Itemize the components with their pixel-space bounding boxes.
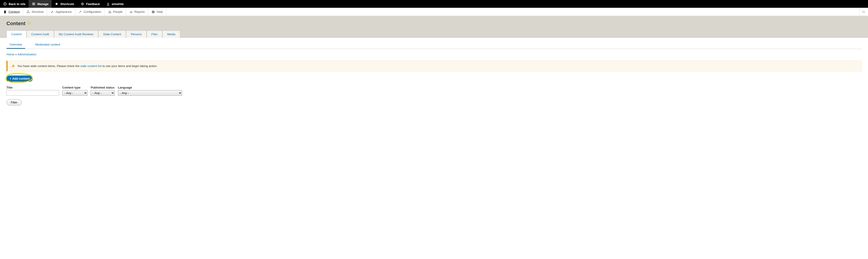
filter-button[interactable]: Filter: [6, 99, 22, 105]
wrench-icon: [78, 10, 82, 14]
filter-title-input[interactable]: [6, 90, 59, 96]
manage-toggle[interactable]: Manage: [29, 0, 52, 8]
add-content-wrap: + Add content: [6, 75, 33, 82]
adminmenu-appearance-label: Appearance: [56, 10, 72, 13]
user-menu[interactable]: emwhite: [103, 0, 127, 8]
adminmenu-help[interactable]: ? Help: [148, 8, 166, 16]
spacer: [166, 8, 860, 16]
favorite-star-icon[interactable]: [27, 21, 31, 26]
add-content-button[interactable]: + Add content: [6, 75, 33, 82]
filter-ps-select[interactable]: - Any -: [91, 90, 115, 96]
svg-rect-10: [131, 11, 131, 13]
shortcuts-label: Shortcuts: [60, 2, 74, 6]
svg-text:?: ?: [82, 3, 83, 5]
adminmenu-structure[interactable]: Structure: [23, 8, 47, 16]
svg-point-3: [107, 3, 109, 4]
back-arrow-icon: [3, 2, 7, 6]
back-to-site-link[interactable]: Back to site: [0, 0, 29, 8]
page-title: Content: [6, 21, 25, 27]
svg-rect-9: [130, 12, 130, 13]
tab-files[interactable]: Files: [147, 30, 162, 38]
filter-title-label: Title: [6, 86, 59, 89]
hamburger-icon: [32, 2, 35, 6]
stale-content-list-link[interactable]: stale content list: [81, 64, 102, 68]
adminmenu-help-label: Help: [157, 10, 163, 13]
people-icon: [108, 10, 112, 14]
feedback-link[interactable]: ? Feedback: [78, 0, 103, 8]
plus-icon: +: [10, 77, 11, 80]
secondary-tabs: Overview Moderated content: [6, 41, 862, 49]
filter-form: Title Content type - Any - Published sta…: [6, 86, 862, 96]
svg-rect-6: [29, 12, 30, 13]
question-circle-icon: ?: [81, 2, 84, 6]
adminmenu-structure-label: Structure: [32, 10, 44, 13]
filter-ct-select[interactable]: - Any -: [62, 90, 88, 96]
shortcuts-link[interactable]: Shortcuts: [52, 0, 78, 8]
tab-content[interactable]: Content: [6, 30, 27, 38]
toolbar: Back to site Manage Shortcuts ? Feedback…: [0, 0, 868, 8]
adminmenu-configuration[interactable]: Configuration: [75, 8, 105, 16]
tab-persons[interactable]: Persons: [126, 30, 147, 38]
warning-icon: [12, 64, 15, 68]
admin-menu: Content Structure Appearance Configurati…: [0, 8, 868, 16]
svg-rect-5: [27, 12, 28, 13]
star-icon: [55, 2, 58, 6]
filter-title: Title: [6, 86, 59, 96]
collapse-toolbar-button[interactable]: [860, 8, 868, 16]
adminmenu-people-label: People: [113, 10, 122, 13]
subtab-moderated[interactable]: Moderated content: [32, 41, 63, 49]
breadcrumb: Home » Administration: [6, 53, 862, 56]
svg-text:?: ?: [153, 11, 154, 13]
warning-text: You have stale content items. Please che…: [17, 64, 157, 68]
bar-chart-icon: [129, 10, 133, 14]
feedback-label: Feedback: [86, 2, 100, 6]
add-content-label: Add content: [12, 77, 30, 80]
filter-lang-label: Language: [118, 86, 182, 89]
adminmenu-content-label: Content: [8, 10, 20, 13]
breadcrumb-sep: »: [14, 53, 18, 56]
filter-lang-select[interactable]: - Any -: [118, 90, 182, 96]
tab-my-reviews[interactable]: My Content Audit Reviews: [54, 30, 98, 38]
adminmenu-appearance[interactable]: Appearance: [47, 8, 75, 16]
filter-published-status: Published status - Any -: [91, 86, 115, 96]
svg-point-7: [109, 11, 110, 12]
adminmenu-people[interactable]: People: [105, 8, 126, 16]
subtab-overview[interactable]: Overview: [6, 41, 25, 49]
tab-stale-content[interactable]: Stale Content: [98, 30, 126, 38]
user-icon: [106, 2, 110, 6]
paintbrush-icon: [51, 10, 54, 14]
primary-tabs: Content Content Audit My Content Audit R…: [6, 30, 862, 37]
svg-point-0: [4, 2, 6, 5]
warning-message: You have stale content items. Please che…: [6, 61, 862, 71]
page-title-row: Content: [6, 21, 862, 27]
breadcrumb-admin[interactable]: Administration: [18, 53, 36, 56]
filter-language: Language - Any -: [118, 86, 182, 96]
document-icon: [3, 10, 7, 14]
tab-media[interactable]: Media: [162, 30, 180, 38]
svg-point-8: [110, 11, 111, 12]
manage-label: Manage: [37, 2, 48, 6]
filter-content-type: Content type - Any -: [62, 86, 88, 96]
adminmenu-reports[interactable]: Reports: [126, 8, 148, 16]
back-to-site-label: Back to site: [9, 2, 25, 6]
sitemap-icon: [26, 10, 30, 14]
breadcrumb-home[interactable]: Home: [6, 53, 14, 56]
svg-rect-11: [132, 11, 132, 13]
adminmenu-reports-label: Reports: [134, 10, 145, 13]
help-icon: ?: [151, 10, 155, 14]
svg-rect-4: [28, 10, 29, 11]
user-label: emwhite: [112, 2, 124, 6]
content-region: Overview Moderated content Home » Admini…: [0, 38, 868, 115]
adminmenu-content[interactable]: Content: [0, 8, 23, 16]
filter-ps-label: Published status: [91, 86, 115, 89]
filter-ct-label: Content type: [62, 86, 88, 89]
page-header: Content Content Content Audit My Content…: [0, 16, 868, 38]
adminmenu-configuration-label: Configuration: [84, 10, 101, 13]
tab-content-audit[interactable]: Content Audit: [27, 30, 54, 38]
